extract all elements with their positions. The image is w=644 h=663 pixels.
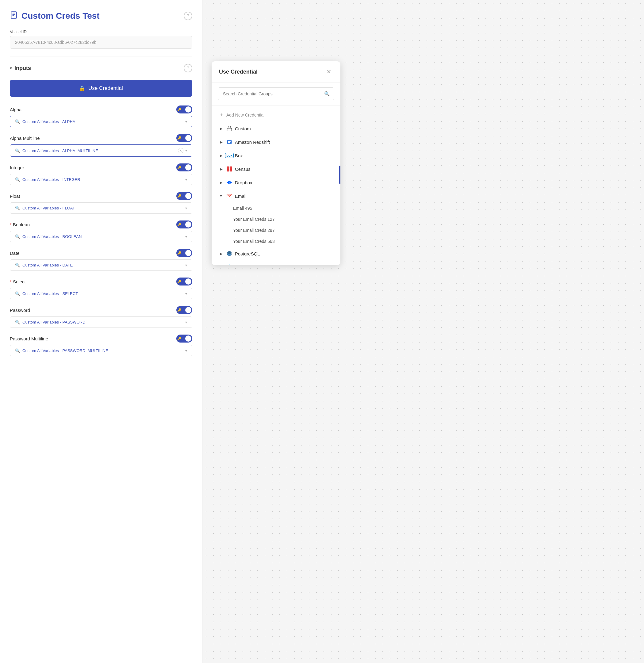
field-select-toggle[interactable]: 🔑	[176, 277, 192, 285]
field-password-dropdown[interactable]: 🔍 Custom All Variables - PASSWORD ▾	[10, 317, 192, 328]
postgresql-icon	[226, 250, 233, 257]
field-integer-dropdown[interactable]: 🔍 Custom All Variables - INTEGER ▾	[10, 174, 192, 185]
date-value: Custom All Variables - DATE	[22, 263, 73, 268]
use-credential-button[interactable]: 🔒 Use Credential	[10, 80, 192, 97]
expand-icon-census: ▶	[219, 166, 224, 172]
field-alpha-multiline-name: Alpha Multiline	[10, 136, 40, 141]
dropdown-right-8: ▾	[185, 320, 187, 324]
toggle-knob-9	[185, 336, 191, 342]
field-select-dropdown[interactable]: 🔍 Custom All Variables - SELECT ▾	[10, 288, 192, 299]
cred-group-census[interactable]: ▶ Census	[212, 162, 340, 176]
redshift-icon	[226, 138, 233, 146]
add-new-label: Add New Credential	[226, 113, 264, 117]
field-integer-toggle[interactable]: 🔑	[176, 163, 192, 172]
cred-group-custom[interactable]: ▶ Custom	[212, 122, 340, 135]
svg-rect-6	[228, 141, 231, 142]
inputs-toggle-row: ▾ Inputs	[10, 65, 31, 71]
cred-group-dropbox[interactable]: ▶ Dropbox	[212, 176, 340, 189]
email-sub-item-creds-297[interactable]: Your Email Creds 297	[212, 225, 340, 236]
dropdown-inner-8: 🔍 Custom All Variables - PASSWORD	[15, 320, 85, 324]
key-icon-8: 🔑	[177, 308, 182, 312]
chevron-down-icon: ▾	[185, 120, 187, 124]
key-icon-9: 🔑	[177, 337, 182, 341]
dropdown-right-7: ▾	[185, 292, 187, 296]
alpha-value: Custom All Variables - ALPHA	[22, 119, 75, 124]
field-password-name: Password	[10, 307, 30, 313]
cred-group-email[interactable]: ▶ Email	[212, 189, 340, 203]
custom-label: Custom	[235, 126, 251, 131]
field-float-header: Float 🔑	[10, 192, 192, 200]
field-alpha-multiline-dropdown[interactable]: 🔍 Custom All Variables - ALPHA_MULTILINE…	[10, 144, 192, 157]
svg-rect-10	[227, 169, 229, 172]
help-icon[interactable]: ?	[184, 12, 192, 20]
field-date-dropdown[interactable]: 🔍 Custom All Variables - DATE ▾	[10, 259, 192, 271]
add-new-credential-row[interactable]: ＋ Add New Credential	[212, 108, 340, 122]
field-alpha-toggle[interactable]: 🔑	[176, 106, 192, 113]
vessel-id-input[interactable]	[10, 36, 192, 49]
lock-icon: 🔒	[79, 86, 85, 91]
email-sub-item-creds-127[interactable]: Your Email Creds 127	[212, 214, 340, 225]
cred-group-redshift[interactable]: ▶ Amazon Redshift	[212, 135, 340, 149]
field-alpha-multiline-toggle[interactable]: 🔑	[176, 134, 192, 142]
email-sub-item-creds-563[interactable]: Your Email Creds 563	[212, 236, 340, 247]
search-small-icon-3: 🔍	[15, 177, 20, 182]
collapse-icon[interactable]: ▾	[10, 66, 12, 71]
search-small-icon: 🔍	[15, 119, 20, 124]
field-boolean-dropdown[interactable]: 🔍 Custom All Variables - BOOLEAN ▾	[10, 231, 192, 242]
section-divider	[10, 56, 192, 56]
field-alpha-dropdown[interactable]: 🔍 Custom All Variables - ALPHA ▾	[10, 116, 192, 127]
box-label: Box	[235, 153, 243, 158]
dropdown-right-3: ▾	[185, 178, 187, 182]
cred-group-postgresql[interactable]: ▶ PostgreSQL	[212, 247, 340, 260]
search-small-icon-2: 🔍	[15, 148, 20, 153]
inputs-header: ▾ Inputs ?	[10, 64, 192, 72]
chevron-down-icon-6: ▾	[185, 263, 187, 268]
field-alpha-header: Alpha 🔑	[10, 106, 192, 113]
field-float-toggle[interactable]: 🔑	[176, 192, 192, 200]
field-password-multiline-toggle[interactable]: 🔑	[176, 335, 192, 343]
cred-group-box[interactable]: ▶ box Box	[212, 149, 340, 162]
dropdown-inner-3: 🔍 Custom All Variables - INTEGER	[15, 177, 80, 182]
dropdown-right-2: ✕ ▾	[178, 148, 187, 153]
toggle-knob-6	[185, 250, 191, 256]
search-small-icon-7: 🔍	[15, 291, 20, 296]
svg-rect-11	[230, 169, 232, 172]
dropdown-inner: 🔍 Custom All Variables - ALPHA	[15, 119, 75, 124]
key-icon-4: 🔑	[177, 194, 182, 198]
census-icon	[226, 165, 233, 173]
expand-icon-snowflake: ▶	[219, 265, 224, 265]
field-boolean-toggle[interactable]: 🔑	[176, 221, 192, 228]
dropdown-right-9: ▾	[185, 349, 187, 353]
field-integer: Integer 🔑 🔍 Custom All Variables - INTEG…	[10, 163, 192, 185]
dropdown-right-4: ▾	[185, 206, 187, 210]
field-password-multiline-dropdown[interactable]: 🔍 Custom All Variables - PASSWORD_MULTIL…	[10, 345, 192, 356]
dropdown-right: ▾	[185, 120, 187, 124]
email-sub-item-495[interactable]: Email 495	[212, 203, 340, 214]
key-icon-5: 🔑	[177, 223, 182, 227]
search-small-icon-4: 🔍	[15, 206, 20, 210]
field-date-toggle[interactable]: 🔑	[176, 249, 192, 257]
field-select-name: Select	[10, 279, 26, 284]
cred-group-snowflake[interactable]: ▶ Snowflake	[212, 260, 340, 265]
field-boolean-header: Boolean 🔑	[10, 221, 192, 228]
dropdown-inner-9: 🔍 Custom All Variables - PASSWORD_MULTIL…	[15, 348, 108, 353]
password-value: Custom All Variables - PASSWORD	[22, 320, 85, 324]
clear-icon[interactable]: ✕	[178, 148, 183, 153]
modal-close-button[interactable]: ✕	[324, 67, 333, 76]
toggle-knob-5	[185, 222, 191, 228]
credential-search-input[interactable]	[218, 87, 334, 100]
field-password-multiline-header: Password Multiline 🔑	[10, 335, 192, 343]
search-small-icon-8: 🔍	[15, 320, 20, 324]
inputs-help-icon[interactable]: ?	[184, 64, 192, 72]
field-password: Password 🔑 🔍 Custom All Variables - PASS…	[10, 306, 192, 328]
field-password-header: Password 🔑	[10, 306, 192, 314]
field-float-dropdown[interactable]: 🔍 Custom All Variables - FLOAT ▾	[10, 202, 192, 214]
field-password-toggle[interactable]: 🔑	[176, 306, 192, 314]
field-boolean: Boolean 🔑 🔍 Custom All Variables - BOOLE…	[10, 221, 192, 242]
field-select: Select 🔑 🔍 Custom All Variables - SELECT…	[10, 277, 192, 299]
modal-accent-bar	[339, 166, 340, 184]
modal-search-section: 🔍	[212, 83, 340, 106]
custom-icon	[226, 125, 233, 132]
box-icon: box	[226, 152, 233, 159]
dropdown-right-6: ▾	[185, 263, 187, 268]
